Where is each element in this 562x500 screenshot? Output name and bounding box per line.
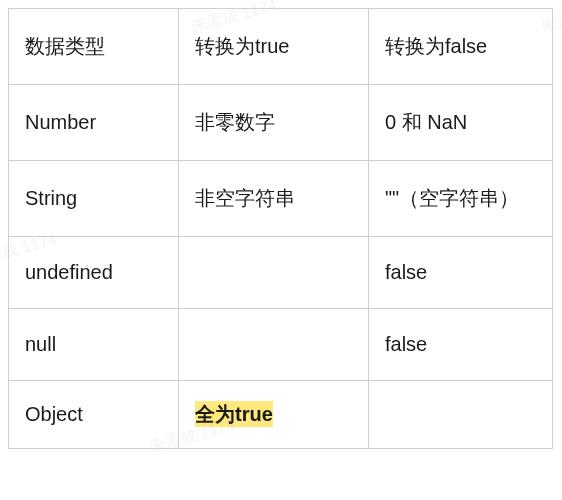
- cell-true: [179, 309, 369, 381]
- header-data-type: 数据类型: [9, 9, 179, 85]
- cell-true: [179, 237, 369, 309]
- table-row: String 非空字符串 ""（空字符串）: [9, 161, 553, 237]
- header-false: 转换为false: [369, 9, 553, 85]
- table-row: Number 非零数字 0 和 NaN: [9, 85, 553, 161]
- table-row: null false: [9, 309, 553, 381]
- cell-type: undefined: [9, 237, 179, 309]
- header-true: 转换为true: [179, 9, 369, 85]
- cell-true: 非零数字: [179, 85, 369, 161]
- cell-type: Number: [9, 85, 179, 161]
- highlighted-text: 全为true: [195, 401, 273, 427]
- cell-type: String: [9, 161, 179, 237]
- cell-false: 0 和 NaN: [369, 85, 553, 161]
- cell-false: false: [369, 237, 553, 309]
- cell-false: false: [369, 309, 553, 381]
- table-row: undefined false: [9, 237, 553, 309]
- cell-false: ""（空字符串）: [369, 161, 553, 237]
- table-row: Object 全为true: [9, 381, 553, 449]
- cell-false: [369, 381, 553, 449]
- cell-true: 非空字符串: [179, 161, 369, 237]
- cell-true: 全为true: [179, 381, 369, 449]
- type-conversion-table: 数据类型 转换为true 转换为false Number 非零数字 0 和 Na…: [8, 8, 553, 449]
- table-header-row: 数据类型 转换为true 转换为false: [9, 9, 553, 85]
- cell-type: null: [9, 309, 179, 381]
- cell-type: Object: [9, 381, 179, 449]
